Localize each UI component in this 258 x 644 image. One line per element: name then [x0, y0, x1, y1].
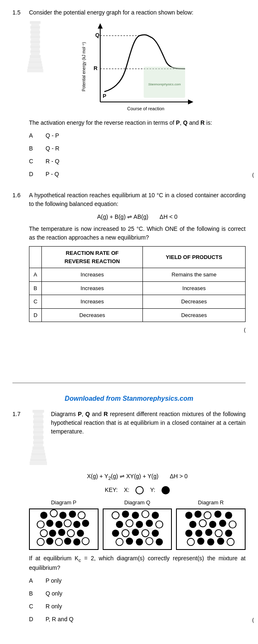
svg-rect-4	[30, 31, 40, 34]
q17-option-c: C R only	[29, 602, 246, 611]
diagram-r-label: Diagram R	[176, 499, 246, 507]
svg-point-94	[156, 538, 163, 545]
question-1-5: 1.5 Consider the potential energy graph …	[12, 8, 246, 183]
svg-point-55	[59, 512, 66, 519]
svg-point-78	[142, 511, 149, 518]
svg-rect-40	[34, 429, 43, 431]
svg-point-73	[73, 538, 80, 545]
svg-rect-44	[34, 439, 43, 441]
q17-option-d-label: D	[29, 615, 46, 624]
q15-option-d-label: D	[29, 170, 46, 179]
svg-rect-50	[31, 456, 46, 459]
svg-rect-19	[27, 69, 43, 73]
q16-row-d-col1: Decreases	[42, 308, 143, 322]
svg-point-95	[186, 512, 193, 519]
svg-point-70	[46, 537, 53, 545]
svg-point-58	[37, 521, 44, 528]
q15-option-d: D P - Q (	[29, 170, 246, 179]
tower-watermark-left	[25, 21, 46, 75]
svg-point-63	[82, 520, 89, 527]
svg-rect-14	[30, 55, 41, 58]
q15-option-a: A Q - P	[29, 131, 246, 140]
svg-point-112	[207, 538, 215, 545]
tower-watermark-q17	[29, 410, 48, 468]
q15-option-a-text: Q - P	[46, 131, 246, 140]
q17-option-c-label: C	[29, 602, 46, 611]
svg-point-104	[229, 521, 236, 528]
svg-text:R: R	[94, 65, 98, 71]
svg-point-65	[49, 530, 56, 537]
svg-rect-11	[31, 48, 40, 50]
svg-point-111	[198, 537, 205, 545]
svg-point-113	[217, 537, 224, 545]
svg-point-100	[189, 521, 196, 528]
svg-point-59	[46, 520, 53, 527]
q15-option-b: B Q - R	[29, 144, 246, 153]
q16-row-b: B Increases Increases	[29, 281, 246, 295]
q15-option-d-text: P - Q	[46, 170, 246, 179]
q17-kc-text: If at equilibrium Kc = 2, which diagram(…	[29, 554, 246, 572]
svg-marker-22	[98, 23, 103, 29]
svg-point-66	[58, 529, 65, 536]
svg-point-90	[116, 538, 123, 545]
q17-intro: Diagrams P, Q and R represent different …	[51, 410, 246, 436]
svg-point-64	[40, 530, 47, 537]
svg-point-106	[195, 530, 203, 537]
svg-rect-38	[34, 423, 43, 426]
svg-rect-46	[34, 444, 43, 447]
svg-rect-18	[28, 66, 43, 69]
q16-table: REACTION RATE OFREVERSE REACTION YIELD O…	[29, 246, 246, 322]
svg-point-98	[215, 511, 222, 518]
svg-rect-2	[30, 26, 40, 29]
q17-content: Diagrams P, Q and R represent different …	[29, 410, 246, 628]
svg-point-107	[205, 529, 212, 536]
q16-row-d-label: D	[29, 308, 42, 322]
q16-row-a-col1: Increases	[42, 268, 143, 282]
svg-point-72	[64, 537, 71, 545]
svg-point-105	[186, 530, 193, 537]
q17-diagrams-row: Diagram P	[29, 499, 246, 550]
svg-rect-35	[33, 415, 43, 418]
question-1-6: 1.6 A hypothetical reaction reaches equi…	[12, 191, 246, 334]
q17-y-symbol	[162, 486, 170, 494]
diagram-r-grid	[176, 508, 246, 550]
svg-point-101	[199, 520, 206, 527]
q15-option-c-label: C	[29, 157, 46, 166]
svg-rect-42	[34, 433, 43, 436]
svg-point-53	[40, 512, 47, 519]
diagram-q-label: Diagram Q	[103, 499, 172, 507]
q16-row-b-col2: Increases	[142, 281, 245, 295]
svg-point-102	[209, 521, 216, 528]
q16-row-a-label: A	[29, 268, 42, 282]
svg-point-80	[116, 521, 123, 528]
svg-rect-45	[33, 441, 43, 444]
q16-number: 1.6	[12, 191, 29, 334]
q16-mark: (	[244, 326, 246, 334]
svg-rect-51	[30, 459, 46, 462]
diagram-r-box: Diagram R	[176, 499, 246, 550]
svg-point-77	[132, 512, 139, 519]
svg-text:P: P	[103, 93, 106, 99]
svg-rect-34	[34, 413, 43, 415]
q15-options: A Q - P B Q - R C R - Q D P - Q (	[29, 131, 246, 179]
diagram-p-box: Diagram P	[29, 499, 99, 550]
svg-point-60	[55, 521, 63, 528]
spacer	[12, 341, 246, 374]
svg-point-108	[215, 530, 222, 537]
svg-point-97	[204, 512, 211, 519]
svg-point-67	[67, 530, 74, 537]
svg-rect-6	[30, 36, 40, 39]
svg-point-88	[142, 530, 149, 537]
svg-point-69	[37, 538, 44, 545]
q16-temp-text: The temperature is now increased to 25 °…	[29, 225, 246, 242]
q17-mark: (	[252, 616, 254, 624]
q17-equation: X(g) + Y2(g) ⇌ XY(g) + Y(g) ΔH > 0	[29, 472, 246, 482]
svg-rect-41	[33, 431, 43, 433]
diagram-q-grid: stanmorephysics.com	[103, 508, 172, 550]
svg-point-93	[146, 537, 153, 545]
svg-rect-43	[33, 436, 43, 439]
svg-text:Course of reaction: Course of reaction	[127, 106, 164, 111]
svg-point-68	[77, 530, 84, 537]
svg-rect-48	[32, 450, 45, 453]
potential-energy-graph: Potential energy (kJ mol⁻¹) Course of re…	[80, 21, 195, 112]
